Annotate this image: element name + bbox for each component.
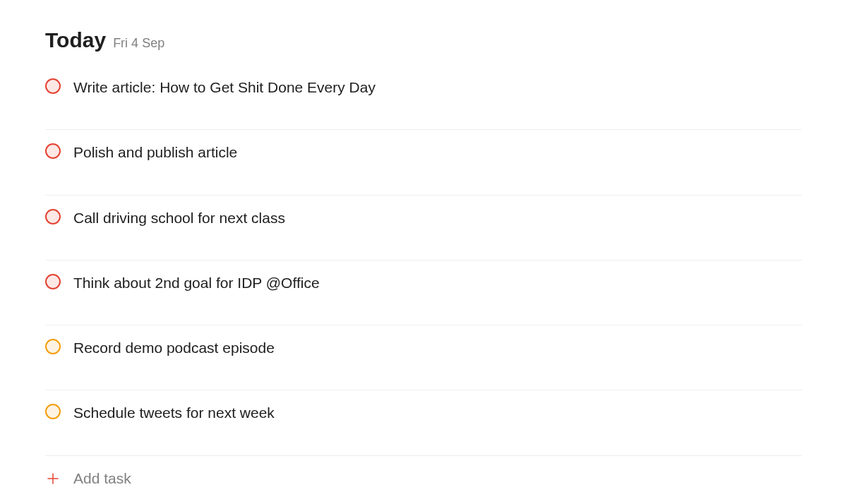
- page-title: Today: [45, 28, 106, 52]
- task-row[interactable]: Record demo podcast episode: [45, 325, 802, 390]
- task-checkbox[interactable]: [45, 78, 61, 94]
- add-task-label: Add task: [73, 470, 131, 487]
- page-date: Fri 4 Sep: [113, 36, 164, 51]
- task-title: Schedule tweets for next week: [73, 403, 275, 422]
- task-title: Write article: How to Get Shit Done Ever…: [73, 78, 376, 97]
- task-row[interactable]: Call driving school for next class: [45, 196, 802, 260]
- plus-icon: [45, 471, 61, 486]
- task-title: Polish and publish article: [73, 143, 237, 162]
- task-title: Think about 2nd goal for IDP @Office: [73, 273, 320, 292]
- task-row[interactable]: Polish and publish article: [45, 130, 802, 195]
- task-checkbox[interactable]: [45, 404, 61, 419]
- page-header: Today Fri 4 Sep: [45, 28, 802, 52]
- task-list: Write article: How to Get Shit Done Ever…: [45, 75, 802, 501]
- task-checkbox[interactable]: [45, 209, 61, 224]
- task-title: Call driving school for next class: [73, 208, 285, 227]
- task-checkbox[interactable]: [45, 339, 61, 354]
- task-row[interactable]: Think about 2nd goal for IDP @Office: [45, 260, 802, 325]
- task-row[interactable]: Schedule tweets for next week: [45, 390, 802, 455]
- task-checkbox[interactable]: [45, 143, 61, 159]
- task-row[interactable]: Write article: How to Get Shit Done Ever…: [45, 75, 802, 130]
- add-task-button[interactable]: Add task: [45, 456, 802, 501]
- task-title: Record demo podcast episode: [73, 338, 275, 357]
- task-checkbox[interactable]: [45, 274, 61, 289]
